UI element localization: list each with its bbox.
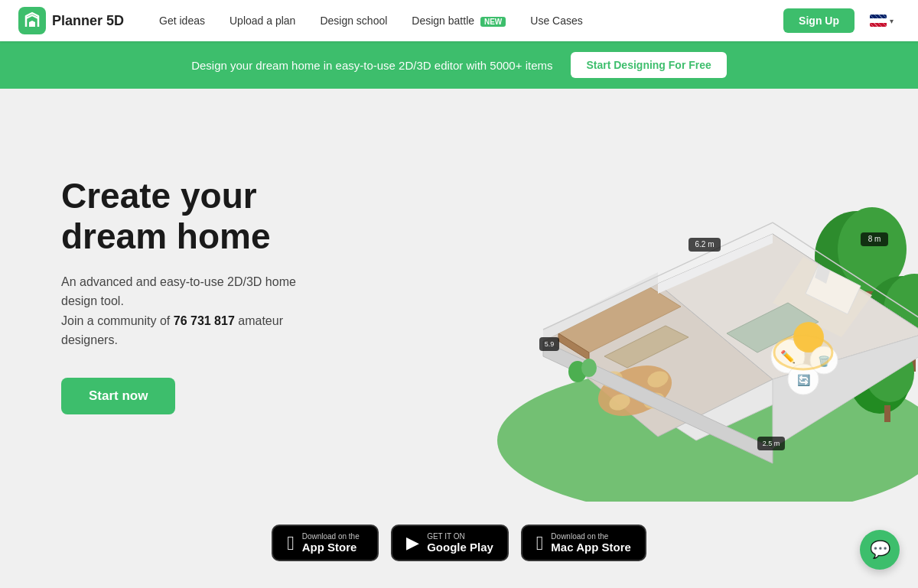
logo-text: Planner 5D — [52, 13, 124, 29]
chat-icon: 💬 — [870, 540, 890, 560]
banner-text: Design your dream home in easy-to-use 2D… — [191, 59, 552, 72]
svg-text:5.9: 5.9 — [545, 340, 555, 348]
mac-app-store-button[interactable]:  Download on the Mac App Store — [521, 525, 646, 561]
svg-text:6.2 m: 6.2 m — [695, 240, 714, 249]
hero-floor-plan-image: 6.2 m 8 m 5.9 2.5 m ✏️ 🔄 🗑️ — [428, 119, 918, 502]
nav-design-school[interactable]: Design school — [309, 8, 398, 33]
new-badge: NEW — [480, 17, 506, 27]
svg-text:🔄: 🔄 — [797, 374, 811, 387]
hero-description: An advanced and easy-to-use 2D/3D home d… — [61, 272, 306, 350]
svg-text:2.5 m: 2.5 m — [763, 440, 780, 447]
nav-get-ideas[interactable]: Get ideas — [148, 8, 216, 33]
svg-rect-10 — [884, 405, 890, 422]
logo[interactable]: Planner 5D — [18, 7, 124, 34]
navbar: Planner 5D Get ideas Upload a plan Desig… — [0, 0, 918, 41]
language-selector[interactable]: ▾ — [864, 11, 900, 30]
hero-title: Create your dream home — [61, 176, 306, 257]
apple-icon:  — [287, 533, 295, 553]
app-stores-section:  Download on the App Store ▶ GET IT ON … — [0, 502, 918, 588]
mac-store-big-label: Mac App Store — [551, 541, 630, 554]
chat-bubble-button[interactable]: 💬 — [860, 530, 900, 570]
mac-apple-icon:  — [536, 533, 544, 553]
apple-app-store-button[interactable]:  Download on the App Store — [272, 525, 379, 561]
nav-upload-plan[interactable]: Upload a plan — [219, 8, 306, 33]
google-play-button[interactable]: ▶ GET IT ON Google Play — [391, 525, 509, 561]
google-play-small-label: GET IT ON — [427, 532, 493, 541]
app-store-small-label: Download on the — [302, 532, 360, 541]
community-count: 76 731 817 — [174, 314, 235, 327]
banner-cta-button[interactable]: Start Designing For Free — [571, 52, 726, 78]
hero-cta-button[interactable]: Start now — [61, 378, 175, 414]
google-play-icon: ▶ — [406, 534, 419, 551]
chevron-down-icon: ▾ — [890, 17, 894, 25]
nav-right: Sign Up ▾ — [783, 8, 900, 33]
signup-button[interactable]: Sign Up — [783, 8, 855, 33]
nav-design-battle[interactable]: Design battle NEW — [401, 8, 516, 33]
svg-text:8 m: 8 m — [868, 235, 881, 243]
svg-point-31 — [581, 359, 597, 377]
svg-point-49 — [774, 336, 832, 369]
mac-store-small-label: Download on the — [551, 532, 630, 541]
nav-links: Get ideas Upload a plan Design school De… — [148, 8, 783, 33]
flag-icon — [870, 15, 887, 27]
hero-content: Create your dream home An advanced and e… — [0, 130, 367, 460]
nav-use-cases[interactable]: Use Cases — [519, 8, 593, 33]
hero-section: Create your dream home An advanced and e… — [0, 89, 918, 502]
app-store-big-label: App Store — [302, 541, 360, 554]
promo-banner: Design your dream home in easy-to-use 2D… — [0, 41, 918, 89]
google-play-big-label: Google Play — [427, 541, 493, 554]
